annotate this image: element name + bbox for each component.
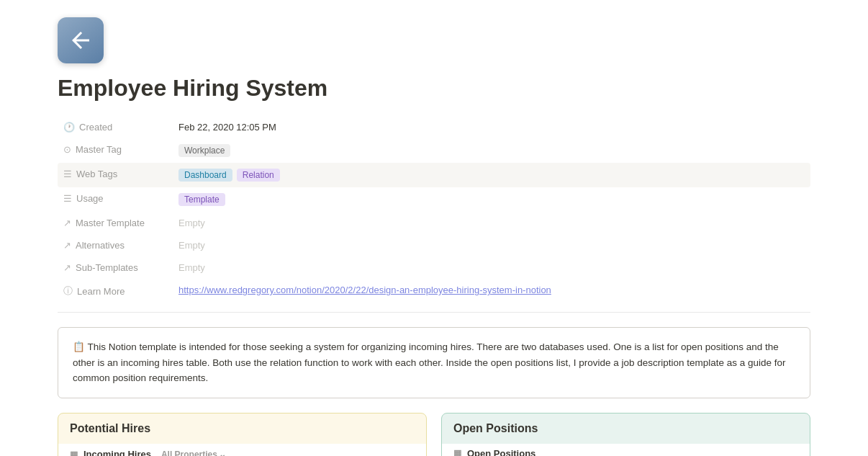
list-icon: ☰ xyxy=(63,169,72,179)
arrow3-icon: ↗ xyxy=(63,262,71,273)
info-icon: ⓘ xyxy=(63,285,73,298)
table2-icon: ▦ xyxy=(453,448,461,456)
arrow-icon: ↗ xyxy=(63,218,71,228)
incoming-hires-subheader: ▦ Incoming Hires All Properties ⌄ xyxy=(58,444,426,456)
tag-icon: ⊙ xyxy=(63,144,71,155)
tag-relation[interactable]: Relation xyxy=(237,169,280,182)
property-value-usage: Template xyxy=(173,190,810,209)
open-positions-panel: Open Positions ▦ Open Positions 👤 Full S… xyxy=(441,413,810,456)
list2-icon: ☰ xyxy=(63,193,72,204)
tag-template[interactable]: Template xyxy=(178,193,225,206)
property-row-sub-templates: ↗ Sub-Templates Empty xyxy=(58,256,810,279)
table-icon: ▦ xyxy=(70,450,78,456)
property-label-learn-more: ⓘ Learn More xyxy=(58,282,173,300)
property-row-web-tags: ☰ Web Tags Dashboard Relation xyxy=(58,163,810,187)
property-row-created: 🕐 Created Feb 22, 2020 12:05 PM xyxy=(58,116,810,138)
property-value-created: Feb 22, 2020 12:05 PM xyxy=(173,119,810,135)
props-label: All Properties xyxy=(161,450,217,456)
learn-more-url[interactable]: https://www.redgregory.com/notion/2020/2… xyxy=(178,285,551,295)
property-label-created: 🕐 Created xyxy=(58,119,173,135)
property-value-web-tags: Dashboard Relation xyxy=(173,166,810,184)
property-label-sub-templates: ↗ Sub-Templates xyxy=(58,259,173,276)
app-icon xyxy=(58,17,104,63)
all-properties-button[interactable]: All Properties ⌄ xyxy=(157,448,230,456)
description-box: 📋 This Notion template is intended for t… xyxy=(58,327,810,398)
property-value-master-tag: Workplace xyxy=(173,141,810,160)
property-label-alternatives: ↗ Alternatives xyxy=(58,237,173,254)
potential-hires-panel: Potential Hires ▦ Incoming Hires All Pro… xyxy=(58,413,427,456)
property-value-sub-templates: Empty xyxy=(173,259,810,276)
tag-dashboard[interactable]: Dashboard xyxy=(178,169,232,182)
tag-workplace[interactable]: Workplace xyxy=(178,144,230,157)
property-label-usage: ☰ Usage xyxy=(58,190,173,207)
property-label-master-tag: ⊙ Master Tag xyxy=(58,141,173,158)
chevron-down-icon: ⌄ xyxy=(219,450,226,456)
property-value-learn-more: https://www.redgregory.com/notion/2020/2… xyxy=(173,282,810,298)
open-positions-subheader: ▦ Open Positions xyxy=(442,444,810,456)
property-label-web-tags: ☰ Web Tags xyxy=(58,166,173,182)
clock-icon: 🕐 xyxy=(63,122,75,133)
open-positions-header: Open Positions xyxy=(442,413,810,444)
property-row-learn-more: ⓘ Learn More https://www.redgregory.com/… xyxy=(58,279,810,303)
property-value-alternatives: Empty xyxy=(173,237,810,254)
databases-section: Potential Hires ▦ Incoming Hires All Pro… xyxy=(58,413,810,456)
property-label-master-template: ↗ Master Template xyxy=(58,215,173,231)
arrow2-icon: ↗ xyxy=(63,240,71,251)
property-row-master-tag: ⊙ Master Tag Workplace xyxy=(58,138,810,163)
property-value-master-template: Empty xyxy=(173,215,810,231)
properties-table: 🕐 Created Feb 22, 2020 12:05 PM ⊙ Master… xyxy=(58,116,810,303)
property-row-alternatives: ↗ Alternatives Empty xyxy=(58,234,810,256)
divider xyxy=(58,312,810,313)
property-row-usage: ☰ Usage Template xyxy=(58,187,810,212)
property-row-master-template: ↗ Master Template Empty xyxy=(58,212,810,234)
page-title: Employee Hiring System xyxy=(58,75,810,102)
potential-hires-header: Potential Hires xyxy=(58,413,426,444)
back-arrow-icon xyxy=(68,27,94,53)
